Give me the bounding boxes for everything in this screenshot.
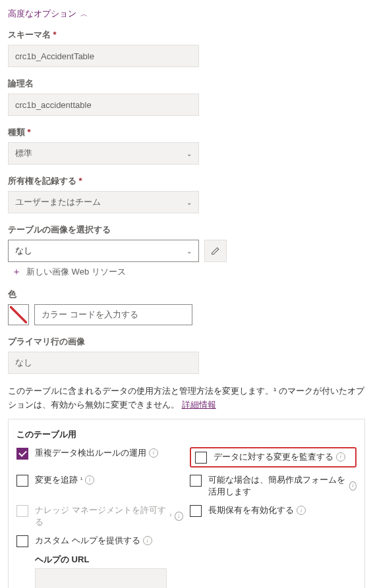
pencil-icon: [211, 246, 220, 255]
info-icon[interactable]: i: [297, 506, 306, 515]
checkbox-knowledge: ナレッジ マネージメントを許可する ¹ i: [16, 504, 183, 528]
schema-name-value: crc1b_AccidentTable: [15, 51, 94, 61]
ownership-value: ユーザーまたはチーム: [15, 196, 101, 208]
checkbox-box: [16, 505, 28, 517]
checkbox-box: [195, 452, 207, 464]
info-icon[interactable]: i: [349, 481, 357, 491]
kind-select[interactable]: 標準 ⌄: [8, 142, 199, 165]
checkbox-box: [16, 448, 28, 460]
logical-name-input[interactable]: crc1b_accidenttable: [8, 94, 199, 116]
checkbox-box: [16, 475, 28, 487]
info-icon[interactable]: i: [175, 512, 183, 521]
primary-image-value: なし: [15, 357, 32, 369]
add-image-resource[interactable]: ＋ 新しい画像 Web リソース: [8, 266, 365, 278]
schema-name-input[interactable]: crc1b_AccidentTable: [8, 45, 199, 67]
footnote-marker: ¹: [80, 475, 82, 485]
kind-value: 標準: [15, 147, 32, 159]
image-value: なし: [15, 245, 32, 257]
chevron-down-icon: ⌄: [186, 248, 192, 255]
table-options-panel: このテーブル用 重複データ検出ルールの運用 i データに対する変更を監査する i: [8, 419, 365, 588]
checkbox-audit-highlight: データに対する変更を監査する i: [190, 447, 357, 468]
checkbox-box: [190, 505, 202, 517]
color-swatch[interactable]: [8, 304, 29, 325]
checkbox-box: [190, 475, 202, 487]
help-url-label: ヘルプの URL: [35, 554, 357, 566]
checkbox-audit[interactable]: データに対する変更を監査する i: [191, 451, 345, 464]
chevron-up-icon: ︿: [80, 9, 88, 19]
plus-icon: ＋: [12, 266, 21, 278]
checkbox-label: ナレッジ マネージメントを許可する: [35, 504, 167, 528]
details-link[interactable]: 詳細情報: [182, 400, 216, 410]
info-icon[interactable]: i: [85, 475, 94, 485]
checkbox-help[interactable]: カスタム ヘルプを提供する i: [16, 535, 183, 547]
checkbox-retain[interactable]: 長期保有を有効化する i: [190, 504, 357, 528]
edit-image-button[interactable]: [204, 240, 227, 262]
ownership-select[interactable]: ユーザーまたはチーム ⌄: [8, 191, 199, 213]
options-note: このテーブルに含まれるデータの使用方法と管理方法を変更します。¹ のマークが付い…: [8, 385, 365, 412]
checkbox-label: 可能な場合は、簡易作成フォームを活用します: [208, 474, 347, 498]
color-label: 色: [8, 288, 365, 300]
advanced-options-toggle[interactable]: 高度なオプション ︿: [8, 8, 365, 20]
checkbox-label: 変更を追跡: [35, 474, 78, 486]
info-icon[interactable]: i: [143, 536, 152, 545]
checkbox-label: 重複データ検出ルールの運用: [35, 447, 146, 459]
help-url-input[interactable]: [35, 568, 167, 588]
checkbox-box: [16, 535, 28, 547]
logical-name-value: crc1b_accidenttable: [15, 100, 92, 110]
color-code-input[interactable]: カラー コードを入力する: [34, 304, 192, 325]
add-image-label: 新しい画像 Web リソース: [26, 266, 126, 278]
logical-name-label: 論理名: [8, 78, 365, 90]
advanced-options-label: 高度なオプション: [8, 8, 76, 20]
schema-name-label: スキーマ名: [8, 29, 365, 41]
footnote-marker: ¹: [169, 512, 171, 521]
checkbox-track[interactable]: 変更を追跡 ¹ i: [16, 474, 183, 498]
chevron-down-icon: ⌄: [186, 199, 192, 206]
checkbox-quick[interactable]: 可能な場合は、簡易作成フォームを活用します i: [190, 474, 357, 498]
info-icon[interactable]: i: [336, 452, 345, 462]
kind-label: 種類: [8, 126, 365, 138]
chevron-down-icon: ⌄: [186, 150, 192, 157]
checkbox-label: 長期保有を有効化する: [208, 504, 294, 516]
image-label: テーブルの画像を選択する: [8, 224, 365, 236]
primary-image-input[interactable]: なし: [8, 352, 199, 374]
panel-title: このテーブル用: [16, 429, 357, 441]
image-select[interactable]: なし ⌄: [8, 240, 199, 262]
primary-image-label: プライマリ行の画像: [8, 336, 365, 348]
checkbox-label: カスタム ヘルプを提供する: [35, 535, 140, 547]
ownership-label: 所有権を記録する: [8, 175, 365, 187]
checkbox-label: データに対する変更を監査する: [214, 451, 333, 463]
info-icon[interactable]: i: [149, 448, 158, 458]
checkbox-dedupe[interactable]: 重複データ検出ルールの運用 i: [16, 447, 183, 468]
color-placeholder: カラー コードを入力する: [42, 309, 138, 321]
